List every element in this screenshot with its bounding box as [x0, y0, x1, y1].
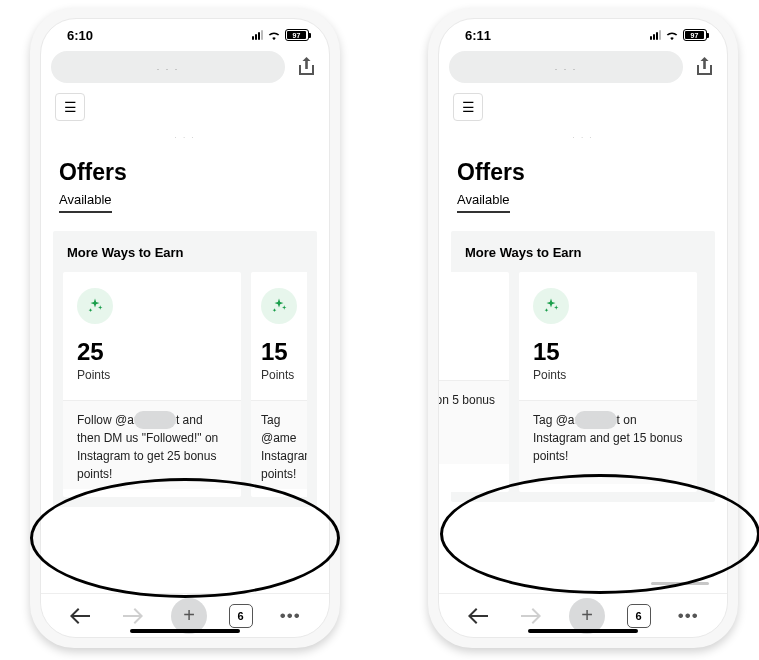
cellular-icon — [252, 30, 263, 40]
sparkle-icon — [533, 288, 569, 324]
more-menu-button[interactable]: ••• — [274, 600, 306, 632]
redacted-handle: xxxxxxx — [134, 411, 176, 429]
hamburger-menu-button[interactable]: ☰ — [55, 93, 85, 121]
redacted-handle: xxxxxxx — [575, 411, 617, 429]
status-right: 97 — [650, 29, 707, 41]
home-indicator — [528, 629, 638, 633]
more-ways-section: More Ways to Earn thrift and ved!" on 5 … — [451, 231, 715, 502]
hamburger-menu-button[interactable]: ☰ — [453, 93, 483, 121]
tab-available[interactable]: Available — [59, 192, 112, 213]
offer-description: Tag @ame Instagram points! — [251, 400, 307, 489]
site-logo: . . . — [41, 127, 329, 143]
status-bar: 6:11 97 — [439, 19, 727, 47]
section-title: More Ways to Earn — [63, 245, 307, 272]
page-title: Offers — [439, 143, 727, 192]
tabs: Available — [439, 192, 727, 231]
back-button[interactable] — [462, 600, 494, 632]
forward-button[interactable] — [117, 600, 149, 632]
battery-icon: 97 — [683, 29, 707, 41]
forward-button[interactable] — [515, 600, 547, 632]
points-label: Points — [261, 368, 307, 382]
cards-row[interactable]: thrift and ved!" on 5 bonus 15 Points Ta… — [439, 272, 705, 492]
home-indicator — [130, 629, 240, 633]
cellular-icon — [650, 30, 661, 40]
points-value: 25 — [77, 338, 227, 366]
screen: 6:11 97 . . . ☰ . . . — [438, 18, 728, 638]
status-time: 6:11 — [465, 28, 491, 43]
share-icon[interactable] — [293, 54, 319, 80]
status-time: 6:10 — [67, 28, 93, 43]
cards-row[interactable]: 25 Points Follow @axxxxxxxt and then DM … — [63, 272, 307, 497]
battery-icon: 97 — [285, 29, 309, 41]
points-value: 15 — [533, 338, 683, 366]
offer-card[interactable]: 25 Points Follow @axxxxxxxt and then DM … — [63, 272, 241, 497]
horizontal-scrollbar[interactable] — [651, 582, 709, 585]
browser-url-bar-row: . . . — [439, 47, 727, 87]
browser-url-bar-row: . . . — [41, 47, 329, 87]
tabs-button[interactable]: 6 — [229, 604, 253, 628]
back-button[interactable] — [64, 600, 96, 632]
wifi-icon — [267, 29, 281, 41]
section-title: More Ways to Earn — [461, 245, 705, 272]
phone-mockup-left: 6:10 97 . . . ☰ — [30, 8, 340, 648]
points-value: 15 — [261, 338, 307, 366]
offer-card[interactable]: 15 Points Tag @axxxxxxxt on Instagram an… — [519, 272, 697, 492]
tabs: Available — [41, 192, 329, 231]
battery-level: 97 — [293, 32, 301, 39]
share-icon[interactable] — [691, 54, 717, 80]
offer-description: thrift and ved!" on 5 bonus — [439, 380, 509, 464]
offer-card[interactable]: 15 Points Tag @ame Instagram points! — [251, 272, 307, 497]
tabs-button[interactable]: 6 — [627, 604, 651, 628]
url-bar[interactable]: . . . — [51, 51, 285, 83]
page-content: ☰ . . . Offers Available More Ways to Ea… — [41, 87, 329, 593]
page-content: ☰ . . . Offers Available More Ways to Ea… — [439, 87, 727, 593]
offer-card[interactable]: thrift and ved!" on 5 bonus — [439, 272, 509, 492]
sparkle-icon — [77, 288, 113, 324]
page-title: Offers — [41, 143, 329, 192]
url-bar[interactable]: . . . — [449, 51, 683, 83]
status-bar: 6:10 97 — [41, 19, 329, 47]
screen: 6:10 97 . . . ☰ — [40, 18, 330, 638]
sparkle-icon — [261, 288, 297, 324]
tab-available[interactable]: Available — [457, 192, 510, 213]
phone-mockup-right: 6:11 97 . . . ☰ . . . — [428, 8, 738, 648]
offer-description: Follow @axxxxxxxt and then DM us "Follow… — [63, 400, 241, 489]
status-right: 97 — [252, 29, 309, 41]
battery-level: 97 — [691, 32, 699, 39]
offer-description: Tag @axxxxxxxt on Instagram and get 15 b… — [519, 400, 697, 484]
site-logo: . . . — [439, 127, 727, 143]
wifi-icon — [665, 29, 679, 41]
more-menu-button[interactable]: ••• — [672, 600, 704, 632]
points-label: Points — [533, 368, 683, 382]
points-label: Points — [77, 368, 227, 382]
more-ways-section: More Ways to Earn 25 Points Follow @axxx… — [53, 231, 317, 507]
